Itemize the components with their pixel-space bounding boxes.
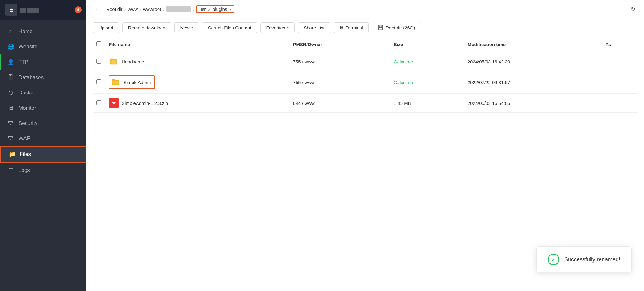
breadcrumb-root[interactable]: Root dir [106,6,123,12]
col-modification: Modification time [464,37,602,52]
modification-cell-handsome: 2024/05/03 16:42:30 [464,52,602,71]
sidebar-item-monitor[interactable]: 🖥Monitor [0,101,86,116]
breadcrumb-usr-plugins[interactable]: usr › plugins › [196,5,234,13]
sidebar-item-waf[interactable]: 🛡WAF [0,131,86,146]
col-size: Size [390,37,464,52]
ftp-icon: 👤 [7,59,14,66]
breadcrumb-path: Root dir › www › wwwroot › › usr › plugi… [106,5,625,13]
sidebar-header: 🖥 ██ ████ 0 [0,0,86,20]
notification-badge[interactable]: 0 [75,6,82,13]
sidebar-item-databases[interactable]: 🗄Databases [0,70,86,85]
file-name-cell-inner-handsome[interactable]: Handsome [109,57,286,66]
files-icon: 📁 [9,151,15,158]
ftp-label: FTP [19,59,28,65]
root-dir-icon: 💾 [378,25,384,30]
folder-icon-simpleadmin [111,77,120,87]
favorites-button[interactable]: Favorites ▾ [260,22,295,33]
breadcrumb-back-button[interactable]: ← [93,5,103,14]
file-name-cell-simpleadmin[interactable]: SimpleAdmin [105,71,289,94]
terminal-icon: 🖥 [339,25,344,30]
website-label: Website [19,44,37,50]
sidebar: 🖥 ██ ████ 0 ⌂Home🌐Website👤FTP🗄Databases⬡… [0,0,86,291]
search-files-button[interactable]: Search Files Content [202,22,257,33]
select-all-checkbox[interactable] [96,41,101,46]
docker-icon: ⬡ [7,89,14,96]
zip-icon-simpleadmin-zip: ZIP [109,98,119,108]
docker-label: Docker [19,90,35,96]
breadcrumb-refresh-button[interactable]: ↻ [628,4,638,14]
file-table-container: File name PMSN/Owner Size Modification t… [86,37,644,291]
sidebar-item-docker[interactable]: ⬡Docker [0,85,86,101]
table-row: ZIPSimpleAdmin-1.2.3.zip644 / www1.45 MB… [93,94,638,113]
folder-icon-handsome [109,57,119,66]
file-name-highlighted-simpleadmin[interactable]: SimpleAdmin [109,75,155,89]
breadcrumb-blurred[interactable] [166,6,191,12]
ftp-active-indicator [0,54,1,70]
sidebar-item-security[interactable]: 🛡Security [0,116,86,131]
modification-cell-simpleadmin-zip: 2024/05/03 16:54:06 [464,94,602,113]
breadcrumb-wwwroot[interactable]: wwwroot [143,6,161,12]
size-cell-simpleadmin[interactable]: Calculate [390,71,464,94]
security-icon: 🛡 [7,120,14,126]
home-label: Home [19,28,32,35]
modification-cell-simpleadmin: 2022/07/22 09:31:57 [464,71,602,94]
root-dir-button[interactable]: 💾 Root dir (26G) [372,22,421,33]
success-toast: ✓ Successfully renamed! [536,246,632,272]
breadcrumb-www[interactable]: www [128,6,138,12]
breadcrumb-bar: ← Root dir › www › wwwroot › › usr › plu… [86,0,644,18]
files-label: Files [20,151,31,157]
databases-icon: 🗄 [7,74,14,81]
col-filename: File name [105,37,289,52]
file-name-text-handsome: Handsome [122,59,144,64]
app-logo: 🖥 [5,4,17,16]
favorites-chevron-icon: ▾ [287,25,289,30]
select-all-header [93,37,105,52]
sidebar-item-ftp[interactable]: 👤FTP [0,54,86,70]
row-checkbox-simpleadmin[interactable] [96,79,101,84]
share-list-button[interactable]: Share List [298,22,330,33]
ps-cell-handsome [602,52,638,71]
calculate-link-simpleadmin[interactable]: Calculate [394,80,413,85]
waf-label: WAF [19,135,30,142]
file-name-cell-handsome[interactable]: Handsome [105,52,289,71]
file-name-text-simpleadmin: SimpleAdmin [124,80,151,85]
terminal-button[interactable]: 🖥 Terminal [334,22,369,33]
ps-cell-simpleadmin-zip [602,94,638,113]
website-icon: 🌐 [7,43,14,50]
calculate-link-handsome[interactable]: Calculate [394,59,413,64]
sidebar-nav: ⌂Home🌐Website👤FTP🗄Databases⬡Docker🖥Monit… [0,20,86,291]
file-name-cell-inner-simpleadmin-zip[interactable]: ZIPSimpleAdmin-1.2.3.zip [109,98,286,108]
remote-download-button[interactable]: Remote download [122,22,171,33]
pmsn-cell-simpleadmin-zip: 644 / www [289,94,390,113]
file-name-text-simpleadmin-zip: SimpleAdmin-1.2.3.zip [122,101,168,106]
monitor-label: Monitor [19,105,36,111]
success-message: Successfully renamed! [564,256,620,263]
toolbar: Upload Remote download New ▾ Search File… [86,18,644,37]
logs-icon: ☰ [7,167,14,174]
success-icon: ✓ [548,254,559,265]
home-icon: ⌂ [7,28,14,35]
main-content: ← Root dir › www › wwwroot › › usr › plu… [86,0,644,291]
monitor-icon: 🖥 [7,105,14,111]
col-ps: Ps [602,37,638,52]
table-row: Handsome755 / wwwCalculate2024/05/03 16:… [93,52,638,71]
new-button[interactable]: New ▾ [174,22,199,33]
new-chevron-icon: ▾ [191,25,193,30]
sidebar-item-logs[interactable]: ☰Logs [0,163,86,178]
logs-label: Logs [19,167,30,173]
app-title: ██ ████ [20,8,39,12]
row-checkbox-simpleadmin-zip[interactable] [96,100,101,105]
databases-label: Databases [19,75,44,81]
size-cell-simpleadmin-zip: 1.45 MB [390,94,464,113]
size-cell-handsome[interactable]: Calculate [390,52,464,71]
file-name-cell-simpleadmin-zip[interactable]: ZIPSimpleAdmin-1.2.3.zip [105,94,289,113]
sidebar-item-home[interactable]: ⌂Home [0,24,86,39]
sidebar-item-files[interactable]: 📁Files [0,146,86,163]
pmsn-cell-simpleadmin: 755 / www [289,71,390,94]
table-row: SimpleAdmin755 / wwwCalculate2022/07/22 … [93,71,638,94]
ps-cell-simpleadmin [602,71,638,94]
file-table: File name PMSN/Owner Size Modification t… [93,37,638,113]
upload-button[interactable]: Upload [93,22,119,33]
sidebar-item-website[interactable]: 🌐Website [0,39,86,54]
row-checkbox-handsome[interactable] [96,59,101,64]
